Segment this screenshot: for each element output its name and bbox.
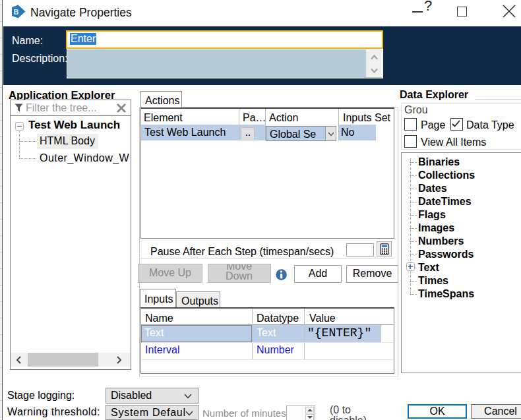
svg-text:B: B xyxy=(14,8,19,16)
